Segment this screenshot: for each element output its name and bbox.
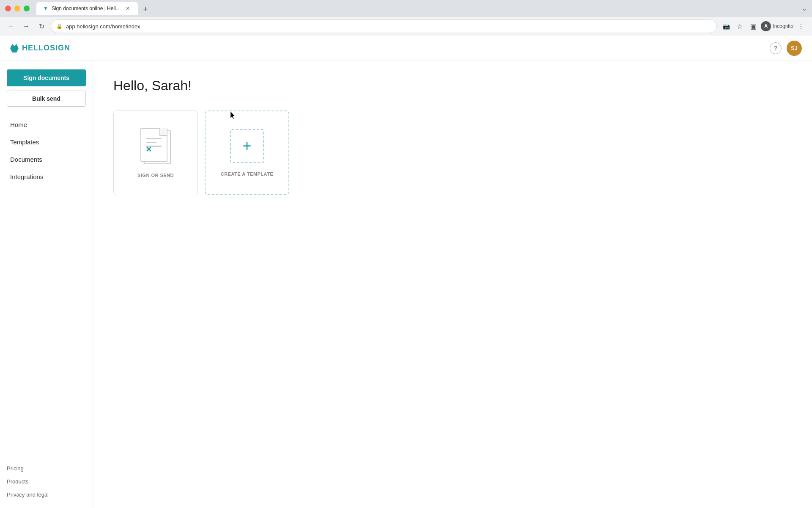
tab-favicon: ▼ [43,6,48,11]
create-template-card[interactable]: + CREATE A TEMPLATE [205,110,289,195]
sign-or-send-card[interactable]: ✕ SIGN OR SEND [113,110,198,195]
camera-off-btn[interactable]: 📷 [720,20,732,32]
sidebar-toggle-btn[interactable]: ▣ [747,20,759,32]
brand-logo: HELLOSIGN [10,44,70,52]
document-icon: ✕ [140,128,171,164]
content-area: Hello, Sarah! ✕ [93,61,812,508]
main-layout: Sign documents Bulk send Home Templates … [0,61,812,508]
lock-icon: 🔒 [56,23,63,29]
address-bar[interactable]: 🔒 app.hellosign.com/home/index [51,19,717,33]
active-tab[interactable]: ▼ Sign documents online | HelloS... ✕ [36,2,138,15]
user-avatar[interactable]: SJ [787,41,802,56]
forward-btn[interactable]: → [20,20,32,32]
url-text: app.hellosign.com/home/index [66,23,711,30]
plus-icon: + [230,129,264,163]
browser-chrome: ▼ Sign documents online | HelloS... ✕ + … [0,0,812,36]
footer-products[interactable]: Products [7,477,86,486]
tab-expand-icon: ⌄ [802,5,807,12]
sign-or-send-label: SIGN OR SEND [137,173,174,178]
page-greeting: Hello, Sarah! [113,78,792,94]
bookmark-btn[interactable]: ☆ [734,20,746,32]
footer-privacy[interactable]: Privacy and legal [7,490,86,500]
incognito-badge: Incognito [761,21,793,31]
sidebar-footer: Pricing Products Privacy and legal [7,457,86,500]
doc-line-2 [146,142,156,143]
help-btn[interactable]: ? [770,42,782,54]
toolbar-actions: 📷 ☆ ▣ Incognito ⋮ [720,20,807,32]
hellosign-logo-icon [10,44,19,52]
tab-title: Sign documents online | HelloS... [52,6,121,11]
doc-line-1 [146,138,162,139]
sidebar-item-integrations[interactable]: Integrations [7,169,86,185]
sidebar-item-templates[interactable]: Templates [7,134,86,150]
new-tab-btn[interactable]: + [140,3,151,15]
window-minimize-btn[interactable] [14,6,20,11]
doc-x-mark: ✕ [145,145,152,154]
action-cards: ✕ SIGN OR SEND + CREATE A TEMPLATE [113,110,792,195]
footer-pricing[interactable]: Pricing [7,464,86,473]
tab-close-btn[interactable]: ✕ [124,5,131,12]
bulk-send-btn[interactable]: Bulk send [7,91,86,107]
browser-tabs: ▼ Sign documents online | HelloS... ✕ + [36,2,802,15]
incognito-label: Incognito [773,23,793,29]
sign-documents-btn[interactable]: Sign documents [7,69,86,86]
app-header: HELLOSIGN ? SJ [0,36,812,61]
reload-btn[interactable]: ↻ [36,20,47,32]
app-wrapper: HELLOSIGN ? SJ Sign documents Bulk send … [0,36,812,508]
window-controls [5,6,30,11]
brand-name: HELLOSIGN [22,44,70,52]
menu-btn[interactable]: ⋮ [795,20,807,32]
browser-titlebar: ▼ Sign documents online | HelloS... ✕ + … [0,0,812,17]
sidebar-nav: Home Templates Documents Integrations [7,117,86,457]
svg-marker-1 [10,44,19,52]
sidebar-item-home[interactable]: Home [7,117,86,133]
header-actions: ? SJ [770,41,802,56]
doc-icon-top: ✕ [140,128,167,162]
window-close-btn[interactable] [5,6,11,11]
window-maximize-btn[interactable] [24,6,30,11]
back-btn[interactable]: ← [5,20,17,32]
svg-point-0 [765,24,767,26]
create-template-label: CREATE A TEMPLATE [221,171,274,177]
sidebar-item-documents[interactable]: Documents [7,152,86,167]
sidebar: Sign documents Bulk send Home Templates … [0,61,93,508]
browser-toolbar: ← → ↻ 🔒 app.hellosign.com/home/index 📷 ☆… [0,17,812,36]
incognito-avatar [761,21,771,31]
